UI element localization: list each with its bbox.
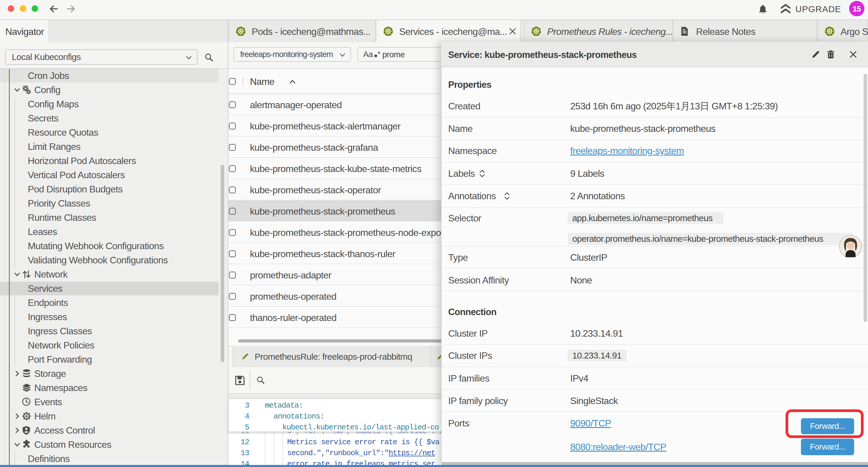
svg-text:*: * [378, 51, 380, 58]
